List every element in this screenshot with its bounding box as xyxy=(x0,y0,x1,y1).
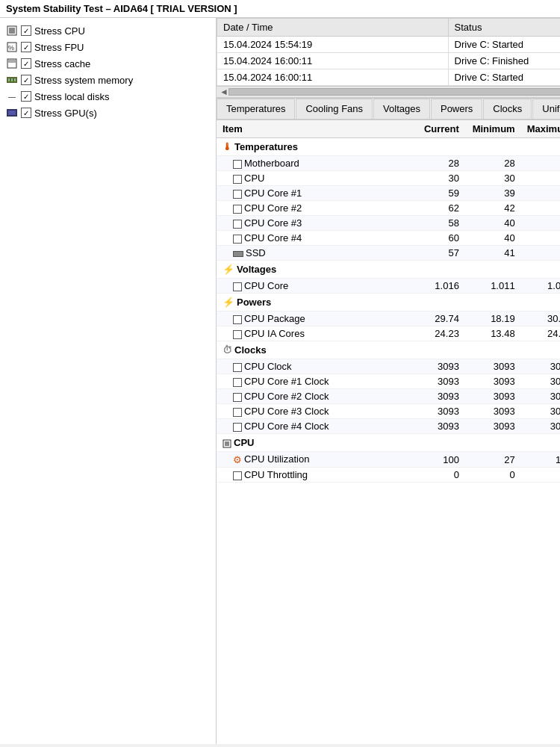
stress-memory: ✓Stress system memory xyxy=(3,72,213,88)
stats-row: CPU Core #1 Clock 3093 3093 3093 3093.4 xyxy=(217,374,560,389)
stats-min: 3093 xyxy=(465,359,521,374)
tab-clocks[interactable]: Clocks xyxy=(483,99,532,119)
stats-row: CPU IA Cores 24.23 13.48 24.93 24.02 xyxy=(217,326,560,341)
stats-max: 30 xyxy=(521,171,560,186)
stats-max: 30.52 xyxy=(521,311,560,326)
log-datetime: 15.04.2024 16:00:11 xyxy=(217,53,449,69)
right-panel: Date / Time Status 15.04.2024 15:54:19Dr… xyxy=(217,18,560,744)
stress-fpu-checkbox[interactable]: ✓ xyxy=(21,42,31,52)
stress-cpu-label: Stress CPU xyxy=(34,25,85,37)
section-cpu: CPU xyxy=(217,434,560,452)
stats-max: 3093 xyxy=(521,389,560,404)
stats-current: 3093 xyxy=(409,404,465,419)
stats-min: 1.011 xyxy=(465,279,521,294)
stats-max: 57 xyxy=(521,246,560,261)
stats-max: 3093 xyxy=(521,359,560,374)
stress-fpu-label: Stress FPU xyxy=(34,42,84,53)
log-row: 15.04.2024 16:00:11Drive C: Finished xyxy=(217,53,561,69)
stress-memory-label: Stress system memory xyxy=(34,75,133,86)
stats-current: 59 xyxy=(409,186,465,201)
stats-min: 13.48 xyxy=(465,326,521,341)
stats-min: 40 xyxy=(465,216,521,231)
stress-cpu-type-icon xyxy=(6,25,18,37)
scrollbar-track[interactable] xyxy=(228,88,560,96)
stats-row: CPU Core 1.016 1.011 1.031 1.019 xyxy=(217,279,560,294)
stats-min: 39 xyxy=(465,186,521,201)
stats-max: 68 xyxy=(521,231,560,246)
stats-max: 0 xyxy=(521,468,560,483)
app-title: System Stability Test – AIDA64 [ TRIAL V… xyxy=(6,3,237,14)
col-maximum: Maximum xyxy=(521,120,560,138)
stats-current: 100 xyxy=(409,452,465,468)
tab-cooling-fans[interactable]: Cooling Fans xyxy=(296,99,373,119)
stress-gpu-type-icon xyxy=(6,107,18,119)
section-voltages: ⚡Voltages xyxy=(217,261,560,279)
stats-scroll-area[interactable]: Item Current Minimum Maximum Average 🌡Te… xyxy=(217,120,560,744)
log-row: 15.04.2024 16:00:11Drive C: Started xyxy=(217,69,561,86)
tab-voltages[interactable]: Voltages xyxy=(373,99,430,119)
stats-item-label: CPU Core xyxy=(217,279,409,294)
stats-current: 58 xyxy=(409,216,465,231)
stats-max: 100 xyxy=(521,452,560,468)
title-bar: System Stability Test – AIDA64 [ TRIAL V… xyxy=(0,0,560,18)
stats-row: CPU Core #2 Clock 3093 3093 3093 3093.4 xyxy=(217,389,560,404)
svg-text:%: % xyxy=(8,44,14,52)
tab-powers[interactable]: Powers xyxy=(431,99,482,119)
stats-current: 24.23 xyxy=(409,326,465,341)
svg-rect-1 xyxy=(9,28,15,34)
stress-disks-label: Stress local disks xyxy=(34,91,109,102)
stress-gpu-checkbox[interactable]: ✓ xyxy=(21,108,31,118)
stats-current: 3093 xyxy=(409,359,465,374)
stats-min: 3093 xyxy=(465,419,521,434)
stats-current: 28 xyxy=(409,156,465,171)
stats-item-label: CPU Core #1 xyxy=(217,186,409,201)
stress-cache-checkbox[interactable]: ✓ xyxy=(21,58,31,69)
stats-item-label: CPU Clock xyxy=(217,359,409,374)
tab-unified[interactable]: Unified xyxy=(532,99,560,119)
stats-item-label: Motherboard xyxy=(217,156,409,171)
stats-min: 3093 xyxy=(465,374,521,389)
stats-item-label: CPU xyxy=(217,171,409,186)
tabs-row: TemperaturesCooling FansVoltagesPowersCl… xyxy=(217,99,560,120)
stress-cache-type-icon xyxy=(6,58,18,69)
stats-max: 1.031 xyxy=(521,279,560,294)
section-temperatures: 🌡Temperatures xyxy=(217,138,560,156)
stats-row: CPU Core #1 59 39 63 58.6 xyxy=(217,186,560,201)
stats-max: 70 xyxy=(521,201,560,216)
log-datetime: 15.04.2024 16:00:11 xyxy=(217,69,449,86)
stats-item-label: CPU Core #1 Clock xyxy=(217,374,409,389)
stats-row: CPU Core #4 60 40 68 60.7 xyxy=(217,231,560,246)
stats-item-label: CPU Core #4 Clock xyxy=(217,419,409,434)
log-header-status: Status xyxy=(448,19,560,37)
col-item: Item xyxy=(217,120,409,138)
stats-item-label: CPU Package xyxy=(217,311,409,326)
stats-current: 62 xyxy=(409,201,465,216)
stats-row: ⚙CPU Utilization 100 27 100 99.6 xyxy=(217,452,560,468)
stats-current: 3093 xyxy=(409,389,465,404)
stats-max: 24.93 xyxy=(521,326,560,341)
svg-rect-11 xyxy=(8,111,16,115)
stress-cpu: ✓Stress CPU xyxy=(3,22,213,39)
stats-item-label: CPU Core #2 xyxy=(217,201,409,216)
stats-max: 3093 xyxy=(521,404,560,419)
svg-rect-8 xyxy=(11,78,13,81)
stress-memory-checkbox[interactable]: ✓ xyxy=(21,75,31,85)
log-datetime: 15.04.2024 15:54:19 xyxy=(217,37,449,53)
log-table: Date / Time Status 15.04.2024 15:54:19Dr… xyxy=(217,18,560,86)
log-section: Date / Time Status 15.04.2024 15:54:19Dr… xyxy=(217,18,560,99)
stats-row: CPU Throttling 0 0 0 0.0 xyxy=(217,468,560,483)
tab-temperatures[interactable]: Temperatures xyxy=(217,99,295,119)
stats-item-label: CPU IA Cores xyxy=(217,326,409,341)
section-powers: ⚡Powers xyxy=(217,294,560,311)
horizontal-scrollbar[interactable]: ◄ ► xyxy=(217,86,560,98)
stress-gpu-label: Stress GPU(s) xyxy=(34,108,97,119)
stress-disks: —✓Stress local disks xyxy=(3,88,213,105)
stats-item-label: CPU Core #4 xyxy=(217,231,409,246)
stats-row: CPU Clock 3093 3093 3093 3093.4 xyxy=(217,359,560,374)
stats-current: 57 xyxy=(409,246,465,261)
svg-rect-7 xyxy=(8,78,10,81)
stats-table: Item Current Minimum Maximum Average 🌡Te… xyxy=(217,120,560,483)
stress-cpu-checkbox[interactable]: ✓ xyxy=(21,25,31,36)
stress-disks-checkbox[interactable]: ✓ xyxy=(21,91,31,102)
stats-current: 60 xyxy=(409,231,465,246)
